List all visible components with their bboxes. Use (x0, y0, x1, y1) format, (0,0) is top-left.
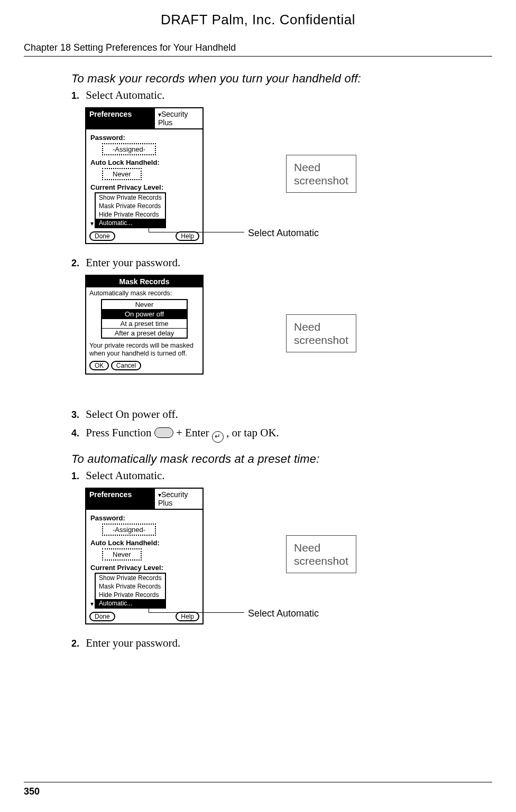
s1-step3-num: 3. (71, 409, 83, 421)
page-number: 350 (24, 786, 40, 797)
s1-step4-pre: Press Function (86, 426, 154, 439)
password-value-2[interactable]: -Assigned- (102, 524, 156, 536)
s1-step2-num: 2. (71, 258, 83, 269)
s1-step4-num: 4. (71, 428, 83, 439)
callout-select-auto-2: Select Automatic (248, 608, 319, 619)
mask-options: Never On power off At a preset time Afte… (101, 299, 188, 339)
callout-line-2 (149, 603, 244, 613)
menu-item-hide[interactable]: Hide Private Records (96, 210, 165, 219)
dropdown-arrow-icon: ▾ (90, 220, 94, 228)
callout-line-1 (149, 222, 244, 232)
autolock-value-2[interactable]: Never (102, 548, 142, 561)
help-button[interactable]: Help (176, 231, 199, 241)
s2-step2-text: Enter your password. (86, 637, 180, 649)
need-screenshot-note-3: Need screenshot (286, 535, 356, 573)
prefs-title-2: Preferences (86, 489, 155, 510)
callout-select-auto-1: Select Automatic (248, 228, 319, 239)
ok-button[interactable]: OK (89, 361, 109, 370)
chapter-line: Chapter 18 Setting Preferences for Your … (24, 42, 236, 53)
s1-step2-text: Enter your password. (86, 256, 180, 269)
autolock-label: Auto Lock Handheld: (90, 158, 198, 166)
done-button[interactable]: Done (89, 231, 115, 241)
dropdown-arrow-icon-2: ▾ (90, 600, 94, 609)
menu-item-show-2[interactable]: Show Private Records (96, 574, 165, 582)
mask-records-screenshot: Mask Records Automatically mask records:… (85, 275, 204, 375)
function-key-icon (154, 427, 173, 438)
privacy-label-2: Current Privacy Level: (90, 564, 198, 572)
password-label: Password: (90, 134, 198, 142)
footer-rule (24, 782, 492, 782)
s2-step1: 1. Select Automatic. (71, 469, 473, 482)
s1-step4: 4. Press Function + Enter ↵ , or tap OK. (71, 426, 473, 443)
need-screenshot-note-2: Need screenshot (286, 314, 356, 352)
menu-item-hide-2[interactable]: Hide Private Records (96, 591, 165, 599)
prefs-dropdown[interactable]: Security Plus (155, 108, 202, 129)
password-value[interactable]: -Assigned- (102, 143, 156, 155)
s1-step3: 3. Select On power off. (71, 408, 473, 421)
mask-desc: Your private records will be masked when… (89, 342, 199, 358)
s1-step3-text: Select On power off. (86, 408, 178, 421)
password-label-2: Password: (90, 514, 198, 522)
menu-item-mask[interactable]: Mask Private Records (96, 202, 165, 210)
opt-preset-time[interactable]: At a preset time (102, 319, 187, 329)
done-button-2[interactable]: Done (89, 612, 115, 621)
section1-heading: To mask your records when you turn your … (71, 72, 473, 86)
s1-step2: 2. Enter your password. (71, 256, 473, 269)
opt-preset-delay[interactable]: After a preset delay (102, 329, 187, 338)
section2-heading: To automatically mask records at a prese… (71, 452, 473, 466)
menu-item-mask-2[interactable]: Mask Private Records (96, 582, 165, 591)
help-button-2[interactable]: Help (176, 612, 199, 621)
s1-step1-text: Select Automatic. (86, 89, 164, 101)
draft-header: DRAFT Palm, Inc. Confidential (0, 12, 516, 28)
need-screenshot-note-1: Need screenshot (286, 155, 356, 193)
s2-step2-num: 2. (71, 638, 83, 649)
autolock-label-2: Auto Lock Handheld: (90, 539, 198, 547)
s1-step4-post: , or tap OK. (226, 426, 279, 439)
privacy-label: Current Privacy Level: (90, 183, 198, 191)
s1-step1-num: 1. (71, 90, 83, 101)
s2-step1-text: Select Automatic. (86, 469, 164, 482)
autolock-value[interactable]: Never (102, 168, 142, 180)
cancel-button[interactable]: Cancel (111, 361, 141, 370)
s2-step1-num: 1. (71, 471, 83, 482)
s1-step1: 1. Select Automatic. (71, 89, 473, 102)
prefs-title: Preferences (86, 108, 155, 129)
prefs-dropdown-2[interactable]: Security Plus (155, 489, 202, 510)
mask-prompt: Automatically mask records: (89, 290, 199, 297)
s1-step4-mid: + Enter (176, 426, 212, 439)
opt-never[interactable]: Never (102, 300, 187, 310)
s2-step2: 2. Enter your password. (71, 637, 473, 650)
mask-title: Mask Records (86, 276, 202, 287)
menu-item-show[interactable]: Show Private Records (96, 193, 165, 202)
header-rule (24, 56, 492, 57)
enter-key-icon: ↵ (212, 431, 224, 443)
opt-poweroff[interactable]: On power off (102, 310, 187, 319)
